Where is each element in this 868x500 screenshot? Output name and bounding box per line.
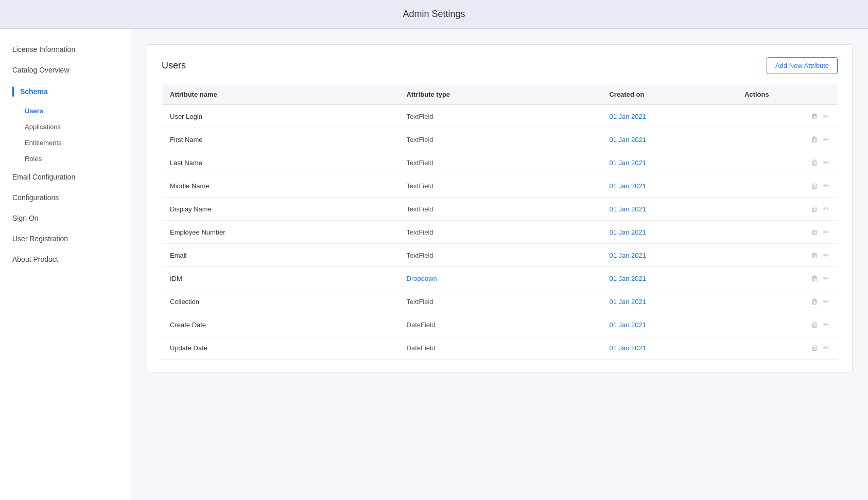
- table-row: Create DateDateField01 Jan 2021🗑✏: [162, 313, 838, 336]
- col-header-attribute-name: Attribute name: [162, 84, 398, 105]
- sidebar-sub-entitlements[interactable]: Entitlements: [0, 135, 131, 151]
- delete-icon[interactable]: 🗑: [811, 182, 818, 190]
- sidebar-sub-users[interactable]: Users: [0, 103, 131, 119]
- table-row: Update DateDateField01 Jan 2021🗑✏: [162, 336, 838, 360]
- sidebar-label-configurations: Configurations: [12, 193, 59, 202]
- attr-date-cell: 01 Jan 2021: [601, 105, 736, 128]
- col-header-created-on: Created on: [601, 84, 736, 105]
- attr-actions-cell: 🗑✏: [736, 174, 838, 198]
- attr-name-cell: First Name: [162, 128, 398, 151]
- attr-actions-cell: 🗑✏: [736, 151, 838, 174]
- attr-name-cell: Display Name: [162, 198, 398, 221]
- sidebar-item-user-registration[interactable]: User Registration: [0, 228, 131, 249]
- attr-type-cell: TextField: [398, 244, 601, 267]
- delete-icon[interactable]: 🗑: [811, 251, 818, 259]
- sidebar-item-configurations[interactable]: Configurations: [0, 187, 131, 208]
- attr-name-cell: Collection: [162, 290, 398, 313]
- delete-icon[interactable]: 🗑: [811, 205, 818, 213]
- content-area: Users Add New Attribute Attribute name A…: [131, 29, 868, 500]
- attr-date-cell: 01 Jan 2021: [601, 336, 736, 360]
- main-layout: License Information Catalog Overview Sch…: [0, 29, 868, 500]
- edit-icon[interactable]: ✏: [823, 297, 829, 306]
- sidebar-label-about-product: About Product: [12, 255, 58, 263]
- attr-name-cell: Update Date: [162, 336, 398, 360]
- attr-actions-cell: 🗑✏: [736, 267, 838, 290]
- delete-icon[interactable]: 🗑: [811, 112, 818, 120]
- attr-actions-cell: 🗑✏: [736, 221, 838, 244]
- attr-date-cell: 01 Jan 2021: [601, 174, 736, 198]
- sidebar-sub-applications[interactable]: Applications: [0, 119, 131, 135]
- sidebar-sub-label-applications: Applications: [25, 123, 61, 131]
- sidebar-sub-roles[interactable]: Roles: [0, 151, 131, 167]
- attr-date-cell: 01 Jan 2021: [601, 290, 736, 313]
- attributes-table: Attribute name Attribute type Created on…: [162, 84, 838, 360]
- attr-type-cell: TextField: [398, 151, 601, 174]
- attr-type-cell: Dropdown: [398, 267, 601, 290]
- edit-icon[interactable]: ✏: [823, 320, 829, 329]
- attr-actions-cell: 🗑✏: [736, 244, 838, 267]
- sidebar-label-schema: Schema: [20, 87, 48, 96]
- attr-name-cell: User Login: [162, 105, 398, 128]
- sidebar-label-email-configuration: Email Configuration: [12, 173, 75, 181]
- sidebar-item-license-information[interactable]: License Information: [0, 39, 131, 60]
- table-row: Employee NumberTextField01 Jan 2021🗑✏: [162, 221, 838, 244]
- edit-icon[interactable]: ✏: [823, 135, 829, 144]
- attr-actions-cell: 🗑✏: [736, 313, 838, 336]
- panel-header: Users Add New Attribute: [162, 57, 838, 74]
- app-title: Admin Settings: [403, 9, 465, 20]
- top-bar: Admin Settings: [0, 0, 868, 29]
- edit-icon[interactable]: ✏: [823, 251, 829, 259]
- attr-date-cell: 01 Jan 2021: [601, 267, 736, 290]
- sidebar-label-catalog-overview: Catalog Overview: [12, 66, 70, 74]
- attr-name-cell: Email: [162, 244, 398, 267]
- sidebar-label-user-registration: User Registration: [12, 235, 68, 243]
- add-new-attribute-button[interactable]: Add New Attribute: [767, 57, 838, 74]
- delete-icon[interactable]: 🗑: [811, 344, 818, 352]
- attr-date-cell: 01 Jan 2021: [601, 151, 736, 174]
- active-bar-schema: [12, 86, 14, 97]
- table-row: EmailTextField01 Jan 2021🗑✏: [162, 244, 838, 267]
- table-row: IDMDropdown01 Jan 2021🗑✏: [162, 267, 838, 290]
- table-row: Display NameTextField01 Jan 2021🗑✏: [162, 198, 838, 221]
- sidebar-item-sign-on[interactable]: Sign On: [0, 208, 131, 228]
- table-header-row: Attribute name Attribute type Created on…: [162, 84, 838, 105]
- edit-icon[interactable]: ✏: [823, 182, 829, 190]
- sidebar-label-license-information: License Information: [12, 45, 75, 53]
- attr-date-cell: 01 Jan 2021: [601, 313, 736, 336]
- attr-date-cell: 01 Jan 2021: [601, 221, 736, 244]
- edit-icon[interactable]: ✏: [823, 205, 829, 213]
- sidebar-item-about-product[interactable]: About Product: [0, 249, 131, 270]
- attr-date-cell: 01 Jan 2021: [601, 198, 736, 221]
- sidebar-item-email-configuration[interactable]: Email Configuration: [0, 167, 131, 187]
- delete-icon[interactable]: 🗑: [811, 320, 818, 329]
- delete-icon[interactable]: 🗑: [811, 158, 818, 167]
- attr-type-cell: DateField: [398, 336, 601, 360]
- table-row: Middle NameTextField01 Jan 2021🗑✏: [162, 174, 838, 198]
- sidebar-item-catalog-overview[interactable]: Catalog Overview: [0, 60, 131, 80]
- edit-icon[interactable]: ✏: [823, 158, 829, 167]
- attr-actions-cell: 🗑✏: [736, 105, 838, 128]
- sidebar: License Information Catalog Overview Sch…: [0, 29, 131, 500]
- sidebar-sub-label-entitlements: Entitlements: [25, 139, 62, 147]
- edit-icon[interactable]: ✏: [823, 228, 829, 236]
- attr-type-cell: TextField: [398, 221, 601, 244]
- attr-name-cell: Employee Number: [162, 221, 398, 244]
- edit-icon[interactable]: ✏: [823, 344, 829, 352]
- attr-type-cell: TextField: [398, 105, 601, 128]
- table-row: CollectionTextField01 Jan 2021🗑✏: [162, 290, 838, 313]
- col-header-attribute-type: Attribute type: [398, 84, 601, 105]
- delete-icon[interactable]: 🗑: [811, 274, 818, 282]
- edit-icon[interactable]: ✏: [823, 112, 829, 120]
- delete-icon[interactable]: 🗑: [811, 297, 818, 306]
- edit-icon[interactable]: ✏: [823, 274, 829, 282]
- attr-date-cell: 01 Jan 2021: [601, 244, 736, 267]
- attr-type-cell: TextField: [398, 198, 601, 221]
- sidebar-item-schema[interactable]: Schema: [0, 80, 131, 103]
- panel-title: Users: [162, 60, 186, 71]
- attr-type-cell: TextField: [398, 174, 601, 198]
- attr-actions-cell: 🗑✏: [736, 198, 838, 221]
- table-row: Last NameTextField01 Jan 2021🗑✏: [162, 151, 838, 174]
- col-header-actions: Actions: [736, 84, 838, 105]
- delete-icon[interactable]: 🗑: [811, 228, 818, 236]
- delete-icon[interactable]: 🗑: [811, 135, 818, 144]
